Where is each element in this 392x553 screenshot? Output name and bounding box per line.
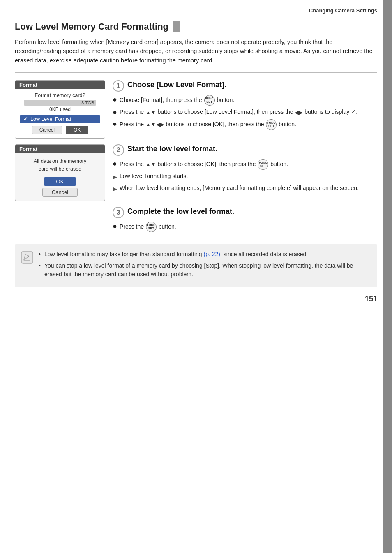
step-1-heading-row: 1 Choose [Low Level Format]. (113, 80, 377, 92)
func-set-btn-3: FUNCSET (258, 159, 268, 170)
step-3-heading-row: 3 Complete the low level format. (113, 207, 377, 218)
screen2-title: Format (15, 145, 105, 153)
bullet-dot-5: ● (113, 222, 117, 231)
step-2-bullet-3-text: When low level formatting ends, [Memory … (120, 184, 359, 193)
dir-arrows-3: ▲▼◀▶ (145, 120, 164, 129)
title-text: Low Level Memory Card Formatting (15, 21, 168, 32)
note-1-suffix: , since all recorded data is erased. (220, 251, 308, 257)
step-1-row: Format Format memory card? 3.7GB 0KB use… (15, 80, 377, 139)
screen2-body: All data on the memory card will be eras… (15, 153, 105, 201)
step-1-bullet-3: ● Press the ▲▼◀▶ buttons to choose [OK],… (113, 119, 377, 130)
bullet-dot-3: ● (113, 120, 117, 129)
screen1-title: Format (15, 81, 105, 89)
step-2-bullet-1: ● Press the ▲▼ buttons to choose [OK], t… (113, 159, 377, 170)
bullet-dot-1: ● (113, 95, 117, 104)
step-3-row: 3 Complete the low level format. ● Press… (15, 207, 377, 234)
func-set-btn-2: FUNCSET (266, 119, 277, 130)
step-1-bullets: ● Choose [Format], then press the FUNCSE… (113, 95, 377, 130)
screen-mockup-1: Format Format memory card? 3.7GB 0KB use… (15, 80, 105, 139)
note-area: Low level formatting may take longer tha… (15, 244, 377, 287)
section-title: Low Level Memory Card Formatting (15, 21, 377, 32)
note-1-text: Low level formatting may take longer tha… (44, 251, 204, 257)
screen1-used: 0KB used (20, 106, 100, 112)
screen1-buttons: Cancel OK (20, 126, 100, 134)
step-1-bullet-1-text: Choose [Format], then press the FUNCSET … (120, 95, 234, 106)
bullet-dot-4: ● (113, 160, 117, 169)
check-icon: ✓ (23, 116, 28, 122)
step-2-number: 2 (113, 144, 124, 156)
note-text: Low level formatting may take longer tha… (39, 250, 370, 282)
dir-arrows-4: ▲▼ (145, 160, 156, 169)
page-number: 151 (0, 287, 392, 303)
step-2-heading: Start the low level format. (127, 144, 217, 154)
screen2-text: All data on the memory card will be eras… (20, 157, 100, 173)
screen2-line1: All data on the memory (34, 158, 87, 164)
screen-mockup-2: Format All data on the memory card will … (15, 144, 105, 201)
sidebar-tab (383, 0, 392, 553)
intro-text: Perform low level formatting when [Memor… (15, 37, 377, 65)
content-area: Low Level Memory Card Formatting Perform… (0, 21, 392, 287)
screen2-ok-btn[interactable]: OK (44, 177, 76, 186)
step-2-row: Format All data on the memory card will … (15, 144, 377, 201)
step-1-heading: Choose [Low Level Format]. (127, 80, 226, 90)
bullet-dot-2: ● (113, 108, 117, 117)
step-1-bullet-1: ● Choose [Format], then press the FUNCSE… (113, 95, 377, 106)
section-divider (15, 72, 377, 73)
step-1-bullet-2-text: Press the ▲▼ buttons to choose [Low Leve… (120, 108, 357, 117)
step-3-bullet-1-text: Press the FUNCSET button. (120, 222, 176, 232)
arrow-bullet-1: ▶ (113, 173, 117, 182)
screen1-cancel-btn[interactable]: Cancel (32, 126, 62, 134)
step-2-bullet-2: ▶ Low level formatting starts. (113, 172, 377, 182)
arrow-bullet-2: ▶ (113, 185, 117, 194)
step-2-bullet-2-text: Low level formatting starts. (120, 172, 188, 181)
screen1-inner: Format memory card? 3.7GB 0KB used ✓ Low… (20, 93, 100, 134)
page-header: Changing Camera Settings (0, 0, 392, 17)
step-3-text: 3 Complete the low level format. ● Press… (113, 207, 377, 234)
note-item-2: You can stop a low level format of a mem… (39, 261, 370, 279)
step-1-bullet-3-text: Press the ▲▼◀▶ buttons to choose [OK], t… (120, 119, 296, 130)
note-icon (21, 251, 34, 282)
screen2-cancel-btn[interactable]: Cancel (42, 188, 78, 197)
screen1-ok-btn[interactable]: OK (66, 126, 88, 134)
dir-arrows-2: ◀▶ (295, 109, 303, 117)
step-2-bullet-3: ▶ When low level formatting ends, [Memor… (113, 184, 377, 194)
step-1-number: 1 (113, 80, 124, 92)
func-set-btn-4: FUNCSET (146, 222, 157, 232)
screen1-size-value: 3.7GB (81, 100, 95, 106)
screen1-option-label: Low Level Format (30, 116, 71, 122)
dir-arrows-1: ▲▼ (145, 109, 156, 117)
pencil-icon (21, 251, 34, 264)
step-3-number: 3 (113, 207, 124, 218)
func-set-btn-1: FUNCSET (204, 95, 215, 106)
step-1-text: 1 Choose [Low Level Format]. ● Choose [F… (113, 80, 377, 139)
step-3-bullet-1: ● Press the FUNCSET button. (113, 222, 377, 232)
header-text: Changing Camera Settings (309, 7, 377, 14)
step-1-bullet-2: ● Press the ▲▼ buttons to choose [Low Le… (113, 108, 377, 117)
screen1-size-bar: 3.7GB (24, 100, 96, 106)
checkmark-display: ✓ (351, 109, 356, 115)
step-2-heading-row: 2 Start the low level format. (113, 144, 377, 156)
note-2-text: You can stop a low level format of a mem… (44, 262, 353, 278)
note-item-1: Low level formatting may take longer tha… (39, 250, 370, 259)
steps-grid: Format Format memory card? 3.7GB 0KB use… (15, 80, 377, 240)
screen1-option: ✓ Low Level Format (20, 115, 100, 123)
step-3-heading: Complete the low level format. (127, 207, 234, 216)
step-2-bullets: ● Press the ▲▼ buttons to choose [OK], t… (113, 159, 377, 193)
note-list: Low level formatting may take longer tha… (39, 250, 370, 279)
screen1-body: Format memory card? 3.7GB 0KB used ✓ Low… (15, 89, 105, 138)
step-3-bullets: ● Press the FUNCSET button. (113, 222, 377, 232)
screen2-line2: card will be erased (39, 166, 81, 172)
step-2-bullet-1-text: Press the ▲▼ buttons to choose [OK], the… (120, 159, 288, 170)
title-bar-decoration (173, 21, 180, 32)
screen1-label: Format memory card? (20, 93, 100, 98)
step-2-text: 2 Start the low level format. ● Press th… (113, 144, 377, 201)
note-1-link[interactable]: (p. 22) (204, 251, 220, 257)
